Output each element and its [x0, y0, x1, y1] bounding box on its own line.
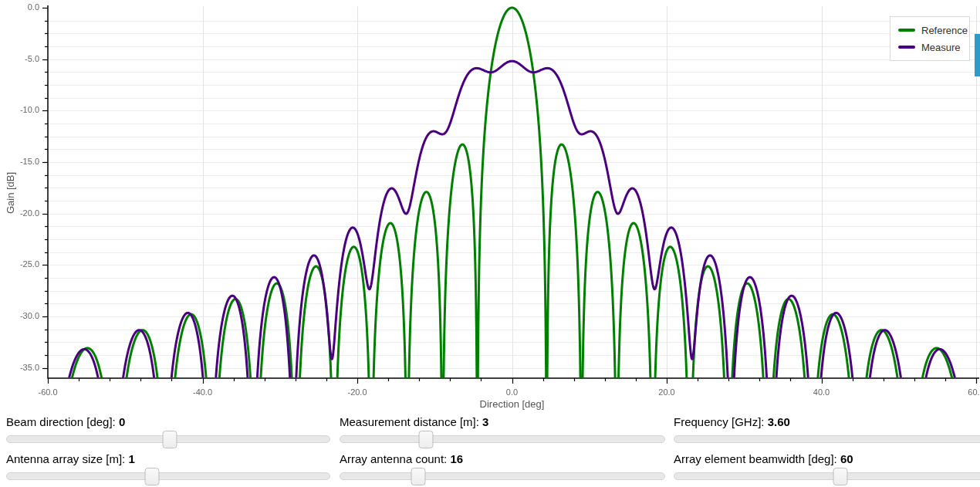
- slider-value: 60: [840, 452, 853, 465]
- legend-label-measure: Measure: [921, 42, 961, 53]
- slider-value: 3.60: [768, 415, 790, 428]
- slider-label: Beam direction [deg]:: [6, 415, 116, 428]
- slider-value: 16: [450, 452, 463, 465]
- reference-line-swatch: [898, 29, 915, 32]
- slider-label: Array antenna count:: [340, 452, 447, 465]
- slider-track-array-element-beamwidth[interactable]: [674, 472, 980, 480]
- slider-handle-array-antenna-count[interactable]: [411, 468, 426, 485]
- slider-track-beam-direction[interactable]: [6, 435, 330, 443]
- slider-value: 0: [119, 415, 125, 428]
- slider-beam-direction: Beam direction [deg]: 0: [6, 415, 330, 443]
- chart-legend: Reference Measure: [890, 16, 970, 61]
- slider-label: Frequency [GHz]:: [674, 415, 765, 428]
- slider-value: 3: [482, 415, 488, 428]
- slider-track-antenna-array-size[interactable]: [6, 472, 330, 480]
- legend-item-measure[interactable]: Measure: [898, 42, 969, 53]
- slider-measurement-distance: Measurement distance [m]: 3: [340, 415, 665, 443]
- slider-track-frequency[interactable]: [674, 435, 980, 443]
- slider-track-measurement-distance[interactable]: [340, 435, 665, 443]
- beam-pattern-chart: [0, 0, 980, 413]
- slider-label: Array element beamwidth [deg]:: [674, 452, 837, 465]
- antenna-array-simulator: { "chart_data": { "type": "line", "title…: [0, 0, 980, 487]
- slider-label: Antenna array size [m]:: [6, 452, 125, 465]
- slider-handle-beam-direction[interactable]: [163, 431, 177, 448]
- slider-track-array-antenna-count[interactable]: [340, 472, 665, 480]
- slider-handle-array-element-beamwidth[interactable]: [833, 468, 847, 485]
- slider-antenna-array-size: Antenna array size [m]: 1: [6, 452, 330, 480]
- legend-label-reference: Reference: [921, 25, 968, 36]
- slider-value: 1: [128, 452, 134, 465]
- clipped-right-edge-button[interactable]: [975, 34, 980, 76]
- slider-label: Measurement distance [m]:: [340, 415, 479, 428]
- legend-item-reference[interactable]: Reference: [898, 25, 969, 36]
- slider-handle-measurement-distance[interactable]: [419, 431, 434, 448]
- slider-array-antenna-count: Array antenna count: 16: [340, 452, 665, 480]
- measure-line-swatch: [898, 46, 915, 49]
- slider-array-element-beamwidth: Array element beamwidth [deg]: 60: [674, 452, 980, 480]
- slider-frequency: Frequency [GHz]: 3.60: [674, 415, 980, 443]
- slider-handle-antenna-array-size[interactable]: [144, 468, 159, 485]
